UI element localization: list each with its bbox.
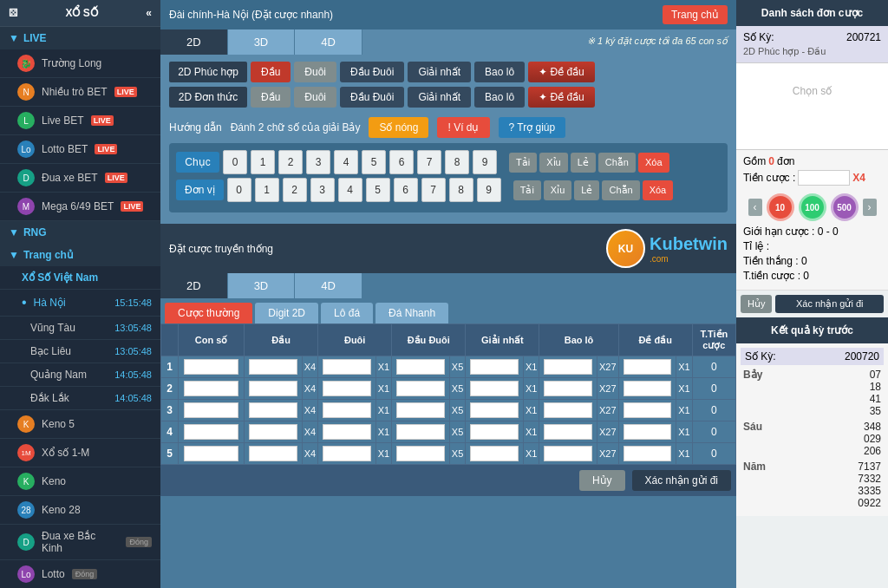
sidebar-item-keno[interactable]: K Keno <box>0 467 160 496</box>
so-nong-button[interactable]: Số nóng <box>369 117 428 138</box>
bet-tab-da-nhanh[interactable]: Đá Nhanh <box>375 303 448 323</box>
donvi-xoa[interactable]: Xóa <box>643 180 674 200</box>
donvi-6[interactable]: 6 <box>394 178 418 202</box>
btn-don-thuc-de-dau[interactable]: ✦ Đề đầu <box>528 87 595 108</box>
input-row2-con-so[interactable] <box>184 381 239 396</box>
dat-cuoc-tab-4d[interactable]: 4D <box>295 273 362 298</box>
sidebar-item-live-bet[interactable]: L Live BET LIVE <box>0 107 160 135</box>
donvi-tai[interactable]: Tải <box>513 180 541 200</box>
chuc-2[interactable]: 2 <box>278 150 303 174</box>
chuc-9[interactable]: 9 <box>473 150 497 174</box>
tab-2d[interactable]: 2D <box>160 29 228 55</box>
btn-don-thuc-duoi[interactable]: Đuôi <box>294 87 336 108</box>
donvi-5[interactable]: 5 <box>366 178 390 202</box>
btn-don-thuc-giai-nhat[interactable]: Giải nhất <box>408 87 471 108</box>
input-row5-de[interactable] <box>624 446 671 461</box>
sidebar-item-dua-xe-bk[interactable]: D Đua xe Bắc Kinh Đóng <box>0 525 160 560</box>
sidebar-section-live[interactable]: ▼ LIVE <box>0 27 160 49</box>
chuc-chan[interactable]: Chẵn <box>598 153 636 173</box>
btn-don-thuc-bao-lo[interactable]: Bao lô <box>474 87 525 108</box>
input-row4-duoi[interactable] <box>323 424 370 440</box>
input-row4-dau[interactable] <box>249 424 297 440</box>
bet-tab-digit-2d[interactable]: Digit 2D <box>255 303 318 323</box>
input-row2-de[interactable] <box>624 381 671 396</box>
input-row4-gn[interactable] <box>470 424 518 440</box>
chip-10[interactable]: 10 <box>767 193 794 221</box>
chip-500[interactable]: 500 <box>831 193 859 221</box>
donvi-chan[interactable]: Chẵn <box>602 180 639 200</box>
input-row3-de[interactable] <box>624 402 671 418</box>
input-row1-duoi[interactable] <box>323 359 370 375</box>
input-row3-dau[interactable] <box>249 402 297 418</box>
sidebar-item-lotto-bet[interactable]: Lo Lotto BET LIVE <box>0 135 160 164</box>
input-row5-dd[interactable] <box>396 446 444 461</box>
btn-don-thuc-dau-duoi[interactable]: Đầu Đuôi <box>340 87 404 108</box>
bet-tab-cuoc-thuong[interactable]: Cược thường <box>165 303 252 323</box>
donvi-xiu[interactable]: Xỉu <box>544 180 571 200</box>
sidebar-item-mega-649[interactable]: M Mega 6/49 BET LIVE <box>0 193 160 221</box>
sidebar-item-nhieu-tro-bet[interactable]: N Nhiều trò BET LIVE <box>0 78 160 107</box>
chuc-3[interactable]: 3 <box>306 150 330 174</box>
sidebar-item-dua-xe-bet[interactable]: D Đua xe BET LIVE <box>0 164 160 193</box>
input-row3-con-so[interactable] <box>184 402 239 418</box>
sidebar-item-quang-nam[interactable]: Quảng Nam 14:05:48 <box>0 363 160 387</box>
right-xac-nhan-button[interactable]: Xác nhận gửi đi <box>775 295 884 313</box>
btn-phuc-hop-dau-duoi[interactable]: Đầu Đuôi <box>340 62 404 82</box>
input-row1-bl[interactable] <box>544 359 591 375</box>
sidebar-section-trang-chu[interactable]: ▼ Trang chủ <box>0 244 160 266</box>
sidebar-item-keno-5[interactable]: K Keno 5 <box>0 410 160 439</box>
donvi-le[interactable]: Lẻ <box>574 180 599 200</box>
input-row2-bl[interactable] <box>544 381 591 396</box>
chip-next-button[interactable]: › <box>863 199 877 216</box>
input-row1-dd[interactable] <box>396 359 444 375</box>
right-huy-button[interactable]: Hủy <box>741 295 772 313</box>
btn-phuc-hop-dau[interactable]: Đầu <box>251 62 291 82</box>
btn-phuc-hop-duoi[interactable]: Đuôi <box>294 62 336 82</box>
input-row5-gn[interactable] <box>470 446 518 461</box>
chuc-7[interactable]: 7 <box>417 150 441 174</box>
input-row3-dd[interactable] <box>396 402 444 418</box>
chuc-1[interactable]: 1 <box>251 150 275 174</box>
vi-du-button[interactable]: ! Ví dụ <box>437 117 489 138</box>
chuc-8[interactable]: 8 <box>445 150 469 174</box>
donvi-9[interactable]: 9 <box>477 178 501 202</box>
chuc-xoa[interactable]: Xóa <box>638 153 669 173</box>
input-row2-gn[interactable] <box>470 381 518 396</box>
input-row5-duoi[interactable] <box>323 446 370 461</box>
input-row2-dau[interactable] <box>249 381 297 396</box>
btn-phuc-hop-de-dau[interactable]: ✦ Đề đầu <box>528 62 595 82</box>
input-row3-gn[interactable] <box>470 402 518 418</box>
bottom-huy-button[interactable]: Hủy <box>579 470 625 491</box>
tab-4d[interactable]: 4D <box>295 29 362 55</box>
input-row4-dd[interactable] <box>396 424 444 440</box>
input-row1-con-so[interactable] <box>184 359 239 375</box>
donvi-1[interactable]: 1 <box>255 178 279 202</box>
donvi-0[interactable]: 0 <box>227 178 251 202</box>
dat-cuoc-tab-3d[interactable]: 3D <box>228 273 296 298</box>
input-row4-bl[interactable] <box>544 424 591 440</box>
btn-don-thuc-dau[interactable]: Đầu <box>251 87 291 108</box>
sidebar-item-lotto[interactable]: Lo Lotto Đóng <box>0 560 160 588</box>
bet-tab-lo-da[interactable]: Lô đá <box>321 303 373 323</box>
sidebar-item-keno-28[interactable]: 28 Keno 28 <box>0 496 160 525</box>
chuc-tai[interactable]: Tải <box>509 153 537 173</box>
chuc-0[interactable]: 0 <box>223 150 247 174</box>
sidebar-section-rng[interactable]: ▼ RNG <box>0 221 160 244</box>
tab-3d[interactable]: 3D <box>228 29 296 55</box>
input-row1-dau[interactable] <box>249 359 297 375</box>
chuc-le[interactable]: Lẻ <box>571 153 596 173</box>
trang-chu-button[interactable]: Trang chủ <box>663 5 728 24</box>
chuc-6[interactable]: 6 <box>389 150 414 174</box>
sidebar-item-dak-lak[interactable]: Đắk Lắk 14:05:48 <box>0 387 160 410</box>
input-row5-bl[interactable] <box>544 446 591 461</box>
input-row3-bl[interactable] <box>544 402 591 418</box>
donvi-8[interactable]: 8 <box>449 178 473 202</box>
btn-phuc-hop-giai-nhat[interactable]: Giải nhất <box>408 62 471 82</box>
tien-cuoc-input[interactable] <box>798 170 850 186</box>
input-row4-de[interactable] <box>624 424 671 440</box>
input-row5-con-so[interactable] <box>184 446 239 461</box>
input-row5-dau[interactable] <box>249 446 297 461</box>
tro-giup-button[interactable]: ? Trợ giúp <box>499 117 566 138</box>
collapse-icon[interactable]: « <box>146 7 152 19</box>
input-row4-con-so[interactable] <box>184 424 239 440</box>
